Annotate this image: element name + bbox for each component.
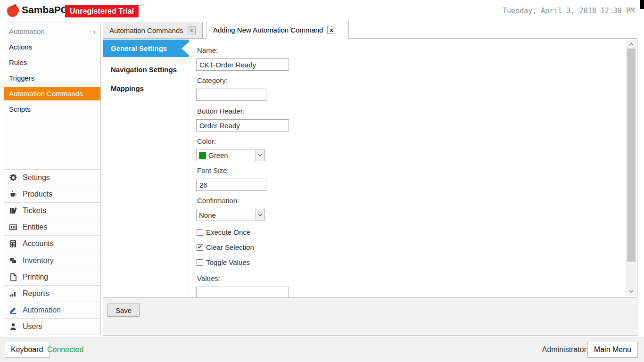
execute-once-checkbox-row[interactable]: Execute Once	[197, 228, 250, 236]
check-icon	[198, 244, 202, 248]
sambapos-logo-icon	[5, 3, 20, 21]
sidebar-section-title: Automation	[9, 27, 45, 39]
toggle-values-checkbox-row[interactable]: Toggle Values	[197, 258, 250, 266]
sidebar-item-products[interactable]: Products	[4, 186, 100, 202]
sidebar-module-menu: Settings Products Tickets Entities	[4, 169, 100, 335]
books-icon	[9, 206, 17, 215]
sidebar-section-header: Automation ‹	[4, 23, 100, 39]
close-icon[interactable]: x	[188, 26, 196, 34]
toggle-values-label: Toggle Values	[206, 258, 250, 266]
values-field[interactable]	[196, 287, 289, 297]
boxes-icon	[9, 256, 17, 265]
editor-footer: Save	[103, 297, 637, 336]
scroll-down-icon[interactable]	[626, 288, 636, 295]
button-header-label: Button Header:	[197, 107, 245, 115]
scroll-up-icon[interactable]	[626, 41, 636, 48]
execute-once-checkbox[interactable]	[197, 229, 203, 236]
execute-once-label: Execute Once	[206, 228, 250, 236]
scrollbar-thumb[interactable]	[627, 49, 636, 262]
sambapos-window: SambaPOS Unregistered Trial Tuesday, Apr…	[0, 0, 644, 362]
columns-icon	[9, 223, 17, 231]
clear-selection-checkbox[interactable]	[197, 244, 203, 251]
sidebar-item-automation-commands[interactable]: Automation Commands	[4, 87, 100, 100]
bar-chart-icon	[9, 289, 17, 298]
name-label: Name:	[197, 46, 218, 54]
keyboard-button[interactable]: Keyboard	[5, 342, 50, 358]
name-field[interactable]	[196, 58, 289, 71]
pencil-icon	[9, 306, 17, 314]
nav-item-navigation-settings[interactable]: Navigation Settings	[103, 61, 189, 78]
sidebar-item-entities[interactable]: Entities	[4, 219, 100, 235]
nav-item-general-settings[interactable]: General Settings	[103, 40, 189, 57]
status-bar: Keyboard Connected Administrator Main Me…	[0, 337, 644, 362]
clear-selection-label: Clear Selection	[206, 243, 254, 251]
clear-selection-checkbox-row[interactable]: Clear Selection	[197, 243, 254, 251]
confirmation-label: Confirmation:	[197, 197, 239, 205]
collapse-chevron-icon[interactable]: ‹	[93, 27, 96, 39]
tab-adding-new-automation-command[interactable]: Adding New Automation Command x	[206, 21, 349, 39]
calculator-icon	[9, 239, 17, 248]
trial-badge: Unregistered Trial	[65, 5, 139, 17]
main-menu-button[interactable]: Main Menu	[587, 342, 638, 358]
corner-mark	[640, 0, 644, 9]
sidebar-item-rules[interactable]: Rules	[4, 55, 100, 70]
values-label: Values:	[197, 274, 220, 282]
sidebar-item-tickets[interactable]: Tickets	[4, 202, 100, 219]
toggle-values-checkbox[interactable]	[197, 259, 203, 266]
vertical-scrollbar[interactable]	[626, 40, 636, 296]
sidebar-item-reports[interactable]: Reports	[4, 285, 100, 302]
sidebar-item-printing[interactable]: Printing	[4, 269, 100, 285]
color-dropdown[interactable]: Green	[196, 149, 265, 161]
sidebar-item-accounts[interactable]: Accounts	[4, 235, 100, 252]
font-size-label: Font Size:	[197, 166, 229, 174]
font-size-field[interactable]	[196, 179, 266, 191]
sidebar-item-users[interactable]: Users	[4, 318, 100, 335]
datetime-display: Tuesday, April 3, 2018 12:30 PM	[503, 7, 635, 15]
color-swatch	[199, 152, 206, 159]
sidebar-item-scripts[interactable]: Scripts	[4, 101, 100, 117]
sidebar-item-triggers[interactable]: Triggers	[4, 70, 100, 86]
logged-in-user: Administrator	[542, 346, 586, 354]
category-field[interactable]	[196, 89, 266, 101]
sidebar-item-actions[interactable]: Actions	[4, 39, 100, 55]
save-button[interactable]: Save	[107, 304, 140, 317]
person-icon	[9, 322, 17, 331]
nav-item-mappings[interactable]: Mappings	[103, 80, 189, 97]
sidebar-item-automation[interactable]: Automation	[4, 302, 100, 318]
tab-automation-commands[interactable]: Automation Commands x	[103, 23, 203, 38]
button-header-field[interactable]	[196, 119, 289, 132]
confirmation-dropdown[interactable]: None	[196, 209, 265, 221]
connection-status: Connected	[47, 346, 83, 354]
settings-nav: General Settings Navigation Settings Map…	[103, 39, 189, 297]
automation-command-editor: General Settings Navigation Settings Map…	[103, 38, 637, 297]
document-icon	[9, 273, 17, 281]
category-label: Category:	[197, 76, 228, 84]
sidebar-item-settings[interactable]: Settings	[4, 169, 100, 186]
chevron-down-icon[interactable]	[256, 209, 264, 221]
sidebar-item-inventory[interactable]: Inventory	[4, 252, 100, 268]
sidebar: Automation ‹ Actions Rules Triggers Auto…	[4, 23, 101, 335]
title-bar: SambaPOS Unregistered Trial Tuesday, Apr…	[0, 0, 644, 21]
color-label: Color:	[197, 137, 216, 145]
coffee-cup-icon	[9, 190, 17, 198]
close-icon[interactable]: x	[327, 26, 335, 34]
gear-icon	[9, 173, 17, 182]
chevron-down-icon[interactable]	[256, 149, 264, 161]
